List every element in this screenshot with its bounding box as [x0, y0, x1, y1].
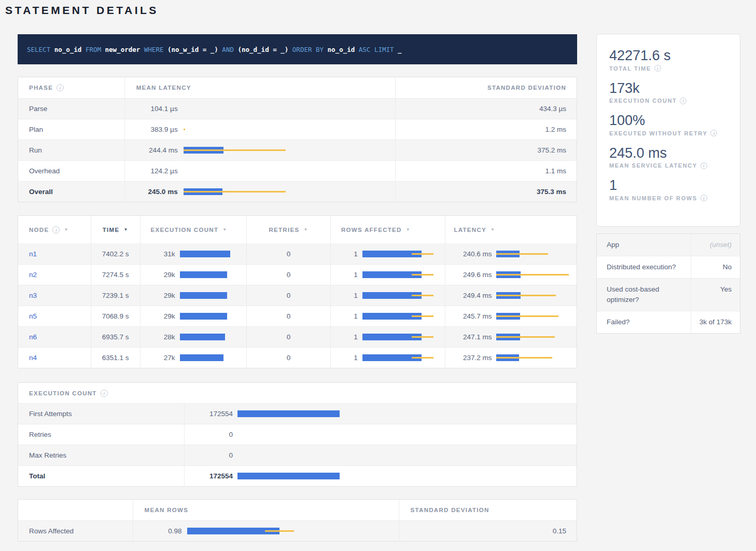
stddev-line-yellow: [412, 295, 433, 296]
phase-name: Plan: [18, 119, 125, 140]
node-link[interactable]: n4: [29, 354, 37, 362]
execution-count-header-label: EXECUTION COUNT: [151, 227, 219, 233]
std-dev-value: 1.2 ms: [396, 119, 577, 140]
stat-label: MEAN NUMBER OF ROWSi: [609, 195, 740, 201]
blank-header-cell: [18, 500, 133, 520]
rows-affected-value: 1: [352, 333, 358, 341]
summary-stats-card: 42271.6 s TOTAL TIMEi 173k EXECUTION COU…: [596, 34, 740, 227]
detail-value: Yes: [691, 279, 740, 311]
page-title: STATEMENT DETAILS: [5, 4, 159, 17]
std-dev-value: 1.1 ms: [396, 161, 577, 181]
phase-name: Overhead: [18, 161, 125, 181]
mean-bar-blue: [180, 271, 227, 278]
execution-count-bar: [180, 354, 247, 362]
sort-arrow-icon: ▼: [303, 227, 308, 232]
detail-row-app: App (unset): [597, 234, 740, 256]
table-row: Total 172554: [18, 465, 577, 486]
info-icon[interactable]: i: [57, 84, 64, 91]
info-icon[interactable]: i: [52, 226, 60, 233]
mean-bar-blue: [237, 410, 340, 417]
table-row: Retries 0: [18, 424, 577, 445]
node-link[interactable]: n1: [29, 250, 37, 258]
execution-count-bar: [237, 410, 359, 418]
sql-keyword: AND: [222, 46, 234, 53]
node-column-header[interactable]: NODE i ▼: [18, 216, 91, 243]
mean-latency-value: 124.2 µs: [136, 167, 178, 175]
info-icon[interactable]: i: [101, 390, 108, 397]
std-dev-value: 375.3 ms: [396, 182, 577, 202]
sql-identifier: (no_w_id = _): [167, 46, 218, 53]
sql-keyword: ASC: [359, 46, 371, 53]
execution-count-value: 28k: [151, 333, 175, 341]
node-table: NODE i ▼ TIME ▼ EXECUTION COUNT ▼ RETRIE…: [18, 215, 577, 368]
info-icon[interactable]: i: [701, 162, 707, 169]
std-dev-header-cell: STANDARD DEVIATION: [399, 500, 577, 520]
sql-keyword: SELECT: [27, 46, 50, 53]
info-icon[interactable]: i: [680, 98, 687, 104]
sql-identifier: no_o_id: [54, 46, 82, 53]
node-link[interactable]: n6: [29, 333, 37, 341]
detail-row-cost-based-optimizer: Used cost-based optimizer? Yes: [597, 278, 740, 311]
execution-count-value: 29k: [151, 271, 175, 279]
detail-value: (unset): [691, 234, 740, 256]
latency-bar: [496, 292, 570, 299]
stat-value: 245.0 ms: [609, 145, 740, 161]
time-value: 7274.5 s: [91, 265, 141, 285]
exec-row-value: 172554: [189, 472, 233, 480]
node-link[interactable]: n2: [29, 271, 37, 279]
phase-header-cell: PHASE i: [18, 77, 125, 98]
execution-count-bar: [237, 431, 359, 438]
mean-bar-blue: [180, 251, 230, 257]
node-link[interactable]: n5: [29, 312, 37, 320]
node-link[interactable]: n3: [29, 292, 37, 299]
table-row: n6 6935.7 s 28k 0 1 247.1 ms: [18, 326, 577, 347]
info-icon[interactable]: i: [701, 195, 707, 201]
rows-affected-value: 1: [352, 292, 358, 299]
info-icon[interactable]: i: [710, 130, 717, 136]
time-column-header[interactable]: TIME ▼: [91, 216, 141, 243]
execution-count-value: 27k: [151, 354, 175, 362]
retries-value: 0: [247, 285, 331, 306]
stddev-line-yellow: [496, 253, 548, 255]
stddev-line-yellow: [412, 357, 433, 359]
stat-label-text: MEAN NUMBER OF ROWS: [609, 195, 697, 201]
stat-label-text: TOTAL TIME: [609, 65, 651, 72]
phase-header-label: PHASE: [29, 85, 53, 91]
mean-bar-blue: [180, 292, 227, 299]
sort-arrow-icon: ▼: [406, 227, 411, 232]
statement-details-card: App (unset) Distributed execution? No Us…: [596, 233, 740, 334]
stat-label: MEAN SERVICE LATENCYi: [609, 162, 740, 169]
sql-keyword: FROM: [86, 46, 101, 53]
latency-column-header[interactable]: LATENCY ▼: [445, 216, 577, 243]
sql-statement: SELECT no_o_id FROM new_order WHERE (no_…: [27, 46, 402, 53]
execution-count-bar: [180, 250, 247, 257]
table-row: n5 7068.9 s 29k 0 1 245.7 ms: [18, 306, 577, 326]
sort-arrow-icon: ▼: [123, 227, 128, 232]
retries-column-header[interactable]: RETRIES ▼: [247, 216, 331, 243]
execution-count-bar: [237, 452, 359, 459]
std-dev-value: 375.2 ms: [396, 140, 577, 160]
execution-count-bar: [180, 313, 247, 320]
exec-row-value: 0: [189, 431, 233, 438]
execution-count-column-header[interactable]: EXECUTION COUNT ▼: [141, 216, 247, 243]
detail-label: Failed?: [597, 311, 691, 333]
rows-affected-value: 1: [352, 271, 358, 279]
stddev-line-yellow: [496, 315, 558, 317]
sql-statement-box: SELECT no_o_id FROM new_order WHERE (no_…: [18, 34, 577, 64]
latency-bar: [496, 334, 570, 341]
stddev-line-yellow: [184, 191, 286, 192]
rows-affected-column-header[interactable]: ROWS AFFECTED ▼: [331, 216, 446, 243]
execution-count-bar: [180, 334, 247, 341]
mean-rows-header-cell: MEAN ROWS: [133, 500, 399, 520]
time-value: 7402.2 s: [91, 243, 141, 264]
latency-bar: [184, 105, 395, 113]
stddev-line-yellow: [412, 315, 433, 317]
info-icon[interactable]: i: [654, 65, 661, 72]
detail-value: 3k of 173k: [691, 311, 740, 333]
stddev-line-yellow: [496, 295, 556, 296]
stddev-line-yellow: [412, 336, 433, 338]
latency-bar: [184, 168, 395, 175]
sql-keyword: WHERE: [144, 46, 164, 53]
std-dev-header-cell: STANDARD DEVIATION: [396, 77, 577, 98]
phase-name: Parse: [18, 99, 125, 119]
